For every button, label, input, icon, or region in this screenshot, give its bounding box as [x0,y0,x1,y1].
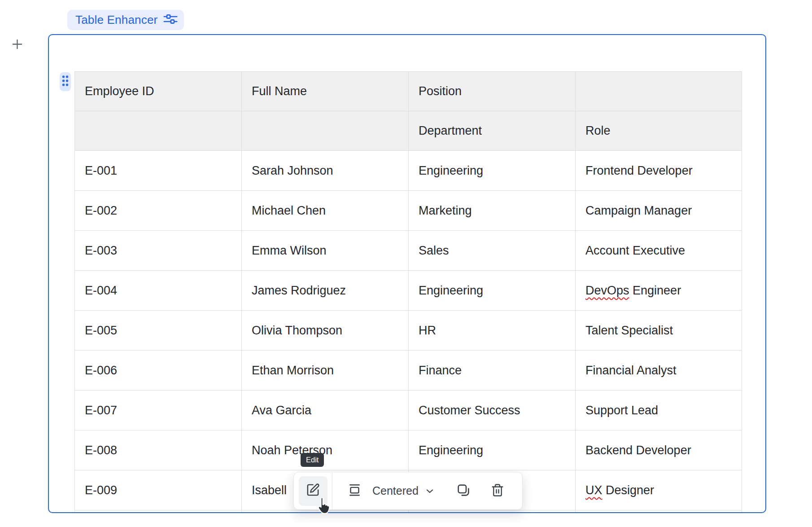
role-text: Designer [602,483,655,497]
alignment-label: Centered [372,484,419,497]
cell-role[interactable]: Account Executive [576,231,742,271]
cell-employee-id[interactable]: E-008 [75,430,242,470]
header-cell-role[interactable]: Role [576,111,742,151]
cell-full-name[interactable]: Emma Wilson [242,231,409,271]
table-row: E-008 Noah Peterson Engineering Backend … [75,430,742,470]
cell-employee-id[interactable]: E-001 [75,151,242,191]
cell-employee-id[interactable]: E-009 [75,470,242,510]
chevron-down-icon [424,486,435,496]
cell-full-name[interactable]: Sarah Johnson [242,151,409,191]
cell-full-name[interactable]: Olivia Thompson [242,311,409,351]
header-cell-employee-id[interactable]: Employee ID [75,72,242,111]
cell-employee-id[interactable]: E-007 [75,391,242,430]
table-row-partial [75,510,742,514]
cell-department[interactable]: Engineering [409,430,576,470]
cell-role[interactable]: Frontend Developer [576,151,742,191]
role-text: Backend Developer [585,444,691,457]
table-drag-handle[interactable] [60,72,71,91]
cell-full-name[interactable]: Ethan Morrison [242,351,409,391]
table-row: E-004 James Rodriguez Engineering DevOps… [75,271,742,311]
misspelled-word: DevOps [585,284,629,297]
cell-employee-id[interactable]: E-006 [75,351,242,391]
role-text: Support Lead [585,404,658,417]
cell-department[interactable]: Finance [409,351,576,391]
header-cell-full-name[interactable]: Full Name [242,72,409,111]
cell-role[interactable]: Talent Specialist [576,311,742,351]
table-enhancer-badge[interactable]: Table Enhancer [67,10,184,30]
cell-full-name[interactable]: Noah Peterson [242,430,409,470]
table-row: E-006 Ethan Morrison Finance Financial A… [75,351,742,391]
edit-tooltip: Edit [301,453,324,467]
header-row-1: Employee ID Full Name Position [75,72,742,111]
cell-full-name[interactable]: James Rodriguez [242,271,409,311]
grip-dots-icon [61,75,69,88]
duplicate-button[interactable] [456,483,471,499]
table-header: Employee ID Full Name Position Departmen… [75,72,742,151]
cell-department[interactable]: Customer Success [409,391,576,430]
cell-role[interactable]: UX Designer [576,470,742,510]
cell-department[interactable]: Engineering [409,151,576,191]
header-cell-empty[interactable] [75,111,242,151]
table-body: E-001 Sarah Johnson Engineering Frontend… [75,151,742,510]
copy-icon [456,483,471,499]
table-block-container: Employee ID Full Name Position Departmen… [48,34,766,513]
table-row: E-003 Emma Wilson Sales Account Executiv… [75,231,742,271]
role-text: Engineer [629,284,681,297]
plus-icon [11,38,23,52]
header-cell-department[interactable]: Department [409,111,576,151]
cell-role[interactable]: Financial Analyst [576,351,742,391]
header-cell-empty[interactable] [576,72,742,111]
add-block-button[interactable] [11,39,23,51]
role-text: Campaign Manager [585,204,692,217]
cell-role[interactable]: DevOps Engineer [576,271,742,311]
role-text: Frontend Developer [585,164,693,177]
table-row: E-002 Michael Chen Marketing Campaign Ma… [75,191,742,231]
sliders-icon [163,13,178,26]
table-row: E-007 Ava Garcia Customer Success Suppor… [75,391,742,430]
edit-tooltip-label: Edit [306,456,319,464]
employee-table: Employee ID Full Name Position Departmen… [74,71,742,513]
cell-role[interactable]: Campaign Manager [576,191,742,231]
hand-pointer-cursor [315,496,332,520]
cell-full-name[interactable]: Ava Garcia [242,391,409,430]
table-row: E-005 Olivia Thompson HR Talent Speciali… [75,311,742,351]
cell-employee-id[interactable]: E-003 [75,231,242,271]
cell-employee-id[interactable]: E-004 [75,271,242,311]
cell-department[interactable]: Sales [409,231,576,271]
table-enhancer-label: Table Enhancer [75,13,157,27]
cell-full-name[interactable]: Michael Chen [242,191,409,231]
header-cell-position[interactable]: Position [409,72,576,111]
cell-role[interactable]: Support Lead [576,391,742,430]
table-body-clipped [75,510,742,514]
cell-department[interactable]: HR [409,311,576,351]
role-text: Talent Specialist [585,324,673,337]
delete-button[interactable] [491,483,504,499]
cell-department[interactable]: Marketing [409,191,576,231]
alignment-dropdown[interactable]: Centered [349,483,435,499]
table-row: E-001 Sarah Johnson Engineering Frontend… [75,151,742,191]
cell-empty[interactable] [75,510,242,514]
cell-department[interactable]: Engineering [409,271,576,311]
cell-empty[interactable] [409,510,576,514]
header-cell-empty[interactable] [242,111,409,151]
role-text: Financial Analyst [585,364,677,377]
header-row-2: Department Role [75,111,742,151]
role-text: Account Executive [585,244,685,257]
trash-icon [491,483,504,499]
centered-layout-icon [349,483,361,499]
misspelled-word: UX [585,483,602,497]
cell-employee-id[interactable]: E-002 [75,191,242,231]
cell-empty[interactable] [576,510,742,514]
cell-employee-id[interactable]: E-005 [75,311,242,351]
toolbar-actions-section: Centered [332,472,522,509]
cell-role[interactable]: Backend Developer [576,430,742,470]
